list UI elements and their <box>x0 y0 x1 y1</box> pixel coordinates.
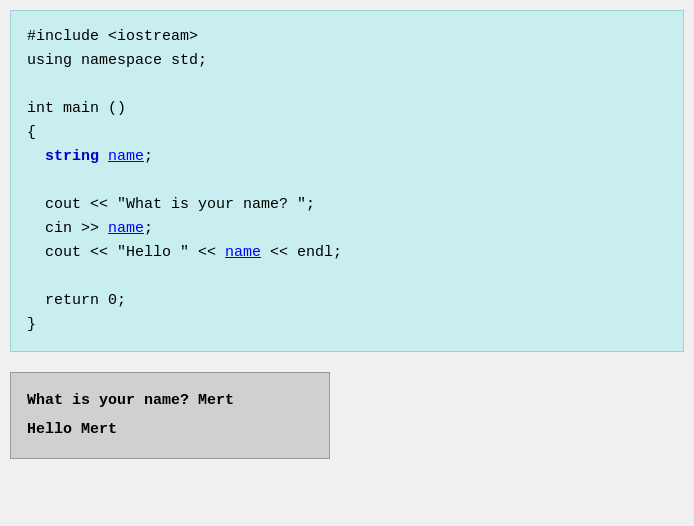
code-text <box>99 148 108 165</box>
var-name-cin: name <box>108 220 144 237</box>
code-text: #include <iostream> <box>27 28 198 45</box>
output-line-2: Hello Mert <box>27 416 313 445</box>
code-line-11 <box>27 265 667 289</box>
code-line-6: string name; <box>27 145 667 169</box>
code-text: << endl; <box>261 244 342 261</box>
output-panel: What is your name? Mert Hello Mert <box>10 372 330 459</box>
code-text: { <box>27 124 36 141</box>
code-text: ; <box>144 148 153 165</box>
code-line-12: return 0; <box>27 289 667 313</box>
code-editor: #include <iostream> using namespace std;… <box>10 10 684 352</box>
code-text: cin >> <box>27 220 108 237</box>
code-text: cout << "What is your name? "; <box>27 196 315 213</box>
code-line-7 <box>27 169 667 193</box>
code-line-3 <box>27 73 667 97</box>
code-text: ; <box>144 220 153 237</box>
code-line-4: int main () <box>27 97 667 121</box>
var-name: name <box>108 148 144 165</box>
output-line-1: What is your name? Mert <box>27 387 313 416</box>
code-line-8: cout << "What is your name? "; <box>27 193 667 217</box>
code-text: cout << "Hello " << <box>27 244 225 261</box>
code-text: } <box>27 316 36 333</box>
code-line-9: cin >> name; <box>27 217 667 241</box>
code-text: using namespace std; <box>27 52 207 69</box>
code-line-2: using namespace std; <box>27 49 667 73</box>
code-line-10: cout << "Hello " << name << endl; <box>27 241 667 265</box>
code-line-1: #include <iostream> <box>27 25 667 49</box>
code-text <box>27 148 45 165</box>
code-line-13: } <box>27 313 667 337</box>
var-name-cout: name <box>225 244 261 261</box>
keyword-string: string <box>45 148 99 165</box>
code-text: int main () <box>27 100 126 117</box>
code-line-5: { <box>27 121 667 145</box>
code-text: return 0; <box>27 292 126 309</box>
